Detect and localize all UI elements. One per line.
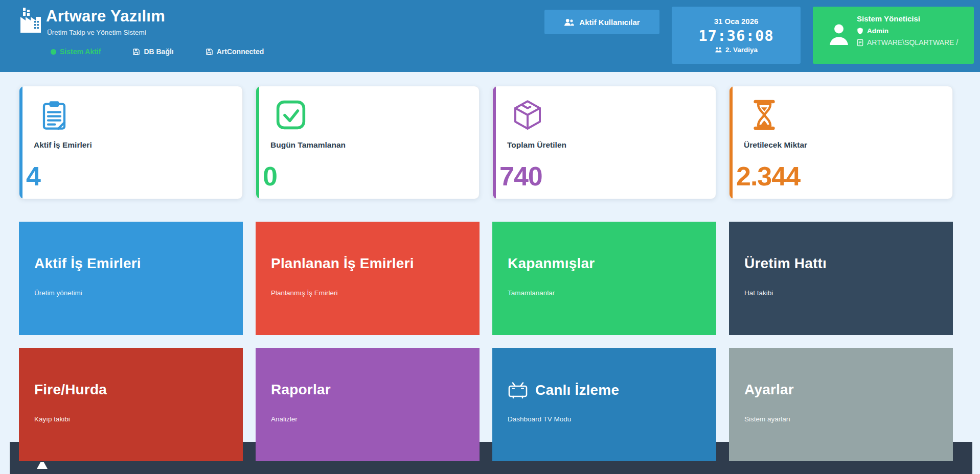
tile-title: Canlı İzleme bbox=[508, 382, 619, 399]
hourglass-icon bbox=[748, 99, 781, 131]
stat-label: Üretilecek Miktar bbox=[744, 140, 807, 150]
status-db-connected: DB Bağlı bbox=[132, 48, 173, 56]
tile-title: Fire/Hurda bbox=[34, 382, 107, 398]
tile-planlanan-is-emirleri[interactable]: Planlanan İş Emirleri Planlanmış İş Emir… bbox=[256, 222, 480, 335]
tile-title: Planlanan İş Emirleri bbox=[271, 255, 414, 272]
avatar bbox=[827, 22, 851, 48]
active-users-button[interactable]: Aktif Kullanıcılar bbox=[544, 10, 659, 34]
stat-label: Aktif İş Emirleri bbox=[34, 140, 92, 150]
tile-subtitle: Hat takibi bbox=[744, 289, 773, 297]
users-icon bbox=[564, 18, 575, 27]
tile-title-label: Canlı İzleme bbox=[535, 382, 619, 398]
page-title: Artware Yazılım bbox=[46, 7, 165, 26]
user-info: Sistem Yöneticisi Admin ARTWARE\SQLARTWA… bbox=[857, 14, 958, 50]
stat-card-uretilecek-miktar: Üretilecek Miktar 2.344 bbox=[729, 86, 953, 199]
accent-bar bbox=[730, 86, 733, 199]
user-name: Sistem Yöneticisi bbox=[857, 14, 958, 23]
status-system-active: Sistem Aktif bbox=[51, 48, 101, 56]
clipboard-icon bbox=[38, 99, 71, 131]
clock-panel: 31 Oca 2026 17:36:08 2. Vardiya bbox=[672, 7, 801, 64]
tile-subtitle: Analizler bbox=[271, 415, 298, 423]
tile-title: Üretim Hattı bbox=[744, 255, 827, 272]
stat-value: 4 bbox=[26, 161, 40, 192]
date-label: 31 Oca 2026 bbox=[714, 17, 759, 26]
stat-value: 2.344 bbox=[736, 161, 800, 192]
tile-canli-izleme[interactable]: Canlı İzleme Dashboard TV Modu bbox=[492, 348, 716, 461]
tile-uretim-hatti[interactable]: Üretim Hattı Hat takibi bbox=[729, 222, 953, 335]
shift-label: 2. Vardiya bbox=[725, 46, 758, 54]
tile-subtitle: Üretim yönetimi bbox=[34, 289, 82, 297]
stat-value: 740 bbox=[499, 161, 542, 192]
user-panel[interactable]: Sistem Yöneticisi Admin ARTWARE\SQLARTWA… bbox=[813, 7, 974, 64]
page-subtitle: Üretim Takip ve Yönetim Sistemi bbox=[47, 29, 146, 36]
app-header: Artware Yazılım Üretim Takip ve Yönetim … bbox=[0, 0, 980, 72]
tile-subtitle: Sistem ayarları bbox=[744, 415, 790, 423]
status-label: ArtConnected bbox=[217, 48, 264, 56]
stat-card-bugun-tamamlanan: Bugün Tamamlanan 0 bbox=[256, 86, 480, 199]
database-server-icon bbox=[857, 39, 863, 46]
tile-subtitle: Planlanmış İş Emirleri bbox=[271, 289, 338, 297]
tile-kapanmislar[interactable]: Kapanmışlar Tamamlananlar bbox=[492, 222, 716, 335]
tile-fire-hurda[interactable]: Fire/Hurda Kayıp takibi bbox=[19, 348, 243, 461]
tile-title: Kapanmışlar bbox=[508, 255, 595, 272]
stat-label: Bugün Tamamlanan bbox=[270, 140, 346, 150]
shift-group-icon bbox=[715, 46, 722, 53]
user-server-label: ARTWARE\SQLARTWARE / bbox=[867, 38, 958, 46]
user-role-label: Admin bbox=[867, 27, 888, 35]
tile-ayarlar[interactable]: Ayarlar Sistem ayarları bbox=[729, 348, 953, 461]
shift-indicator: 2. Vardiya bbox=[715, 46, 758, 54]
tile-aktif-is-emirleri[interactable]: Aktif İş Emirleri Üretim yönetimi bbox=[19, 222, 243, 335]
user-role: Admin bbox=[857, 27, 958, 35]
stat-card-toplam-uretilen: Toplam Üretilen 740 bbox=[492, 86, 716, 199]
factory-logo-icon bbox=[18, 7, 43, 34]
accent-bar bbox=[493, 86, 496, 199]
stat-value: 0 bbox=[263, 161, 277, 192]
status-label: DB Bağlı bbox=[144, 48, 173, 56]
stat-label: Toplam Üretilen bbox=[507, 140, 566, 150]
tile-subtitle: Tamamlananlar bbox=[508, 289, 555, 297]
accent-bar bbox=[256, 86, 259, 199]
check-square-icon bbox=[275, 99, 307, 131]
footer-peak-icon bbox=[37, 462, 48, 469]
tile-raporlar[interactable]: Raporlar Analizler bbox=[256, 348, 480, 461]
active-users-button-label: Aktif Kullanıcılar bbox=[579, 18, 640, 27]
user-server: ARTWARE\SQLARTWARE / bbox=[857, 38, 958, 46]
status-artconnected: ArtConnected bbox=[206, 48, 264, 56]
tile-title: Raporlar bbox=[271, 382, 331, 398]
tile-title: Ayarlar bbox=[744, 382, 794, 398]
tile-title: Aktif İş Emirleri bbox=[34, 255, 141, 272]
status-bar: Sistem Aktif DB Bağlı ArtConnected bbox=[51, 48, 264, 56]
accent-bar bbox=[19, 86, 22, 199]
tile-subtitle: Kayıp takibi bbox=[34, 415, 70, 423]
tile-subtitle: Dashboard TV Modu bbox=[508, 415, 571, 423]
package-icon bbox=[511, 99, 544, 131]
floppy-icon bbox=[206, 48, 213, 56]
floppy-icon bbox=[132, 48, 140, 56]
time-display: 17:36:08 bbox=[698, 27, 774, 44]
admin-badge-icon bbox=[857, 27, 863, 35]
status-label: Sistem Aktif bbox=[60, 48, 101, 56]
green-dot-icon bbox=[51, 49, 56, 55]
stat-card-aktif-is-emirleri: Aktif İş Emirleri 4 bbox=[19, 86, 243, 199]
tv-icon bbox=[508, 382, 528, 399]
